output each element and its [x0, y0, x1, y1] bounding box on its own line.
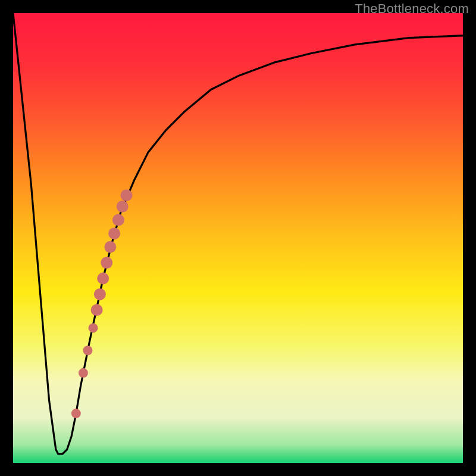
chart-marker: [104, 241, 116, 253]
chart-marker: [83, 346, 93, 355]
chart-marker: [97, 273, 109, 284]
chart-marker: [108, 227, 120, 239]
chart-marker: [71, 409, 81, 418]
chart-marker: [91, 304, 103, 316]
chart-plot-area: [13, 13, 463, 463]
chart-background: [13, 13, 463, 463]
chart-marker: [112, 214, 124, 226]
chart-marker: [121, 189, 133, 201]
chart-marker: [94, 289, 106, 300]
chart-svg: [13, 13, 463, 463]
chart-marker: [89, 323, 98, 333]
chart-marker: [101, 257, 112, 269]
watermark-text: TheBottleneck.com: [355, 1, 469, 17]
chart-marker: [117, 201, 129, 212]
chart-marker: [79, 368, 88, 378]
chart-frame: TheBottleneck.com: [0, 0, 476, 476]
